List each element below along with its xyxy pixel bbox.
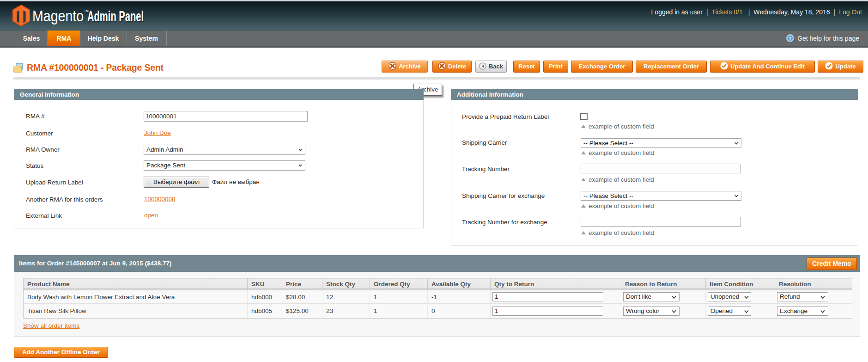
svg-text:?: ?: [789, 36, 792, 41]
